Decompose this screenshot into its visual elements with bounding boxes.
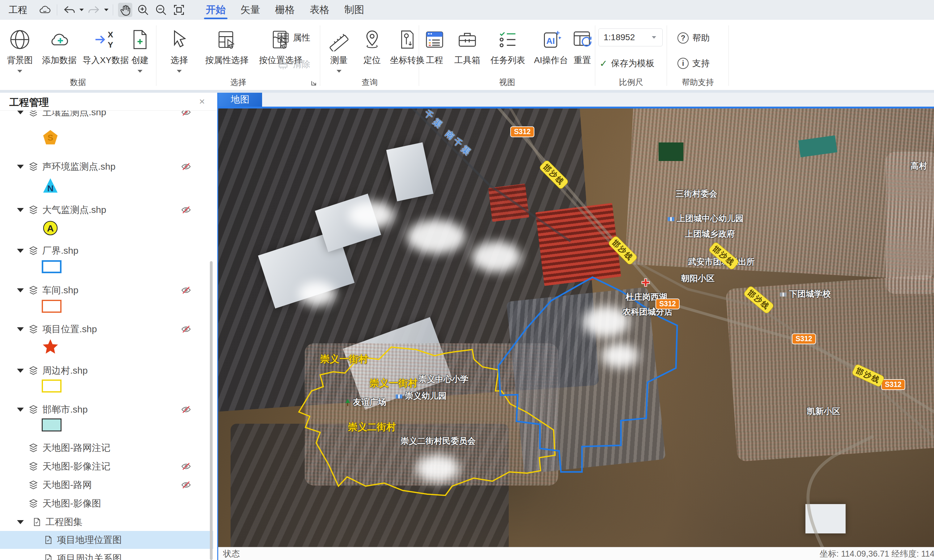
- map-tab[interactable]: 地图: [218, 93, 262, 107]
- add-data-button[interactable]: 添加数据: [35, 25, 84, 66]
- select-button[interactable]: 选择: [161, 25, 198, 72]
- undo-dropdown-icon[interactable]: [79, 9, 84, 11]
- school-icon: [667, 216, 675, 223]
- poi-label: 下团城学校: [779, 288, 831, 300]
- full-extent-icon[interactable]: [172, 3, 186, 17]
- redo-dropdown-icon[interactable]: [104, 9, 108, 11]
- layer-row[interactable]: 大气监测点.shp: [0, 201, 213, 219]
- atlas-group-row[interactable]: 工程图集: [0, 513, 213, 531]
- support-button[interactable]: i 支持: [677, 57, 709, 69]
- document-pin-icon: [396, 25, 419, 54]
- toolbox-button[interactable]: 工具箱: [449, 25, 486, 66]
- help-button[interactable]: ? 帮助: [677, 32, 709, 44]
- svg-text:X: X: [108, 30, 114, 39]
- create-button[interactable]: 创建: [123, 25, 157, 72]
- collapse-icon[interactable]: [17, 208, 24, 212]
- layer-row[interactable]: 周边村.shp: [0, 362, 213, 380]
- ribbon-group-query: 测量 定位 坐标转换 查询: [320, 20, 419, 90]
- layer-row[interactable]: 天地图-影像图: [0, 494, 213, 512]
- layer-row[interactable]: 项目位置.shp: [0, 320, 213, 338]
- layer-row[interactable]: 天地图-路网注记: [0, 439, 213, 457]
- atlas-icon: [32, 517, 42, 527]
- collapse-icon[interactable]: [17, 111, 24, 114]
- poi-label: 崇义幼儿园: [395, 390, 446, 402]
- project-panel-button[interactable]: 工程: [419, 25, 450, 66]
- visibility-off-icon[interactable]: [180, 404, 192, 415]
- layer-row[interactable]: 声环境监测点.shp: [0, 158, 213, 175]
- tab-raster[interactable]: 栅格: [268, 0, 302, 20]
- measure-button[interactable]: 测量: [322, 25, 356, 72]
- collapse-icon[interactable]: [17, 369, 24, 373]
- ribbon-tabs: 开始 矢量 栅格 表格 制图: [198, 0, 371, 20]
- spacer: [17, 466, 24, 467]
- poi-label: 高村: [911, 160, 927, 172]
- ribbon-group-data: 背景图 添加数据 XY 导入XY数据 创建: [0, 20, 156, 90]
- visibility-off-icon[interactable]: [180, 285, 192, 296]
- cursor-icon: [168, 25, 191, 54]
- save-as-template-checkbox[interactable]: ✓ 保存为模板: [600, 57, 654, 69]
- visibility-off-icon[interactable]: [180, 204, 192, 215]
- dialog-launcher-icon[interactable]: [310, 79, 318, 87]
- tab-cartography[interactable]: 制图: [337, 0, 371, 20]
- undo-icon[interactable]: [62, 3, 76, 17]
- poi-label: 朝阳小区: [681, 273, 715, 284]
- poi-label: 三街村委会: [675, 188, 717, 199]
- collapse-icon[interactable]: [17, 288, 24, 292]
- redo-icon[interactable]: [87, 3, 101, 17]
- visibility-off-icon[interactable]: [180, 461, 192, 472]
- collapse-icon[interactable]: [17, 520, 24, 524]
- status-bar: 状态 坐标: 114.09,36.71 经纬度: 114.: [218, 547, 934, 560]
- zoom-out-icon[interactable]: [154, 3, 168, 17]
- layer-row[interactable]: 车间.shp: [0, 281, 213, 299]
- layers-icon: [28, 498, 38, 509]
- reset-layout-button[interactable]: 重置: [567, 25, 598, 66]
- clear-selection-button[interactable]: 清除: [276, 57, 310, 71]
- collapse-icon[interactable]: [17, 249, 24, 253]
- attribute-table-button[interactable]: 属性: [276, 31, 310, 45]
- layer-symbol-workshop: [42, 300, 62, 313]
- map-canvas[interactable]: 崇义一街村 崇义一街村 崇义二街村 高村 三街村委会 上团城中心幼儿园 上团城乡…: [218, 108, 934, 547]
- tab-table[interactable]: 表格: [302, 0, 337, 20]
- task-list-button[interactable]: 任务列表: [485, 25, 531, 66]
- zoom-in-icon[interactable]: [136, 3, 150, 17]
- layers-icon: [28, 285, 38, 295]
- spacer: [28, 558, 35, 559]
- layer-row[interactable]: 土壤监测点.shp: [0, 111, 213, 121]
- visibility-off-icon[interactable]: [180, 323, 192, 335]
- layers-icon: [28, 111, 38, 117]
- layer-row[interactable]: 邯郸市.shp: [0, 400, 213, 418]
- visibility-off-icon[interactable]: [180, 111, 192, 118]
- tab-home[interactable]: 开始: [198, 0, 233, 20]
- app-window: 工程 开始 矢量 栅格 表格 制图: [0, 0, 934, 560]
- atlas-item-row[interactable]: 项目周边关系图: [0, 549, 213, 560]
- tab-vector[interactable]: 矢量: [233, 0, 268, 20]
- select-by-attribute-button[interactable]: 按属性选择: [199, 25, 255, 66]
- cloud-icon[interactable]: [38, 3, 52, 17]
- collapse-icon[interactable]: [17, 327, 24, 331]
- layer-row[interactable]: 天地图-路网: [0, 476, 213, 494]
- village-label: 崇义一街村: [370, 377, 417, 390]
- svg-text:A: A: [47, 223, 54, 233]
- school-icon: [779, 291, 787, 298]
- locate-button[interactable]: 定位: [357, 25, 388, 66]
- layer-row[interactable]: 厂界.shp: [0, 242, 213, 260]
- atlas-item-row[interactable]: 项目地理位置图: [0, 531, 213, 549]
- layer-row[interactable]: 天地图-影像注记: [0, 457, 213, 475]
- village-label: 崇义一街村: [320, 352, 368, 366]
- collapse-icon[interactable]: [17, 408, 24, 412]
- visibility-off-icon[interactable]: [180, 161, 192, 172]
- panel-scrollbar[interactable]: [210, 261, 212, 560]
- layer-tree: 土壤监测点.shp S 声环境监测点.shp N 大气监测点.shp: [0, 111, 217, 560]
- panel-close-button[interactable]: ×: [199, 96, 205, 107]
- info-icon: i: [677, 58, 689, 69]
- scale-select[interactable]: 1:18952: [599, 28, 663, 46]
- separator: [57, 4, 57, 15]
- collapse-icon[interactable]: [17, 165, 24, 169]
- vector-overlay: [218, 108, 934, 547]
- layers-icon: [28, 443, 38, 453]
- pan-tool-icon[interactable]: [118, 3, 132, 17]
- poi-label: 上团城乡政府: [685, 228, 735, 240]
- project-menu[interactable]: 工程: [9, 4, 27, 16]
- ruler-icon: [327, 25, 351, 54]
- visibility-off-icon[interactable]: [180, 479, 192, 491]
